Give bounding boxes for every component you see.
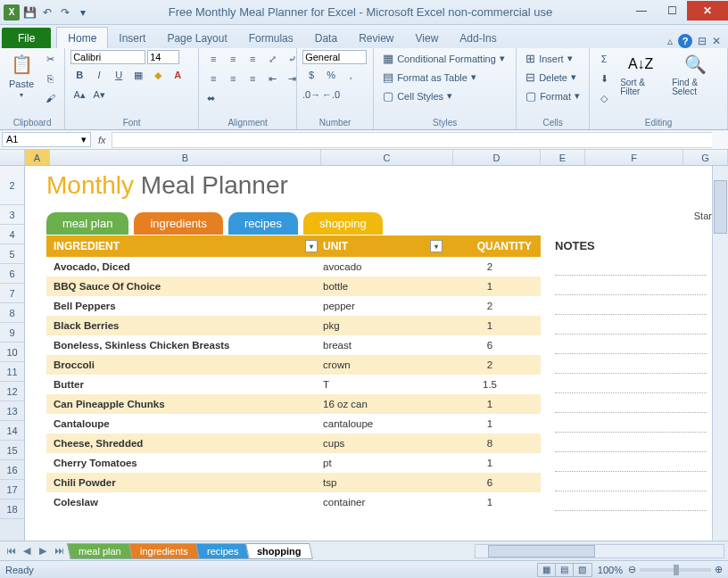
table-row[interactable]: Black Berriespkg1	[46, 316, 541, 335]
tab-review[interactable]: Review	[348, 28, 404, 48]
close-button[interactable]: ✕	[687, 1, 728, 21]
autosum-icon[interactable]: Σ	[595, 50, 613, 68]
qat-more-icon[interactable]: ▾	[75, 4, 91, 21]
row-header[interactable]: 14	[0, 421, 24, 441]
row-header[interactable]: 11	[0, 362, 24, 382]
align-middle-icon[interactable]: ≡	[224, 50, 242, 68]
table-row[interactable]: Coleslawcontainer1	[46, 492, 541, 512]
save-icon[interactable]: 💾	[21, 4, 37, 21]
template-tab-meal-plan[interactable]: meal plan	[46, 212, 128, 235]
align-bottom-icon[interactable]: ≡	[244, 50, 261, 68]
vertical-scrollbar[interactable]	[712, 166, 728, 541]
row-header[interactable]: 5	[0, 244, 24, 264]
sheet-nav-next-icon[interactable]: ▶	[36, 545, 50, 557]
name-box[interactable]: A1▾	[2, 132, 91, 147]
sort-filter-button[interactable]: A↓Z Sort & Filter	[616, 50, 665, 98]
workbook-close-icon[interactable]: ✕	[712, 35, 721, 47]
format-as-table-button[interactable]: ▤Format as Table ▾	[379, 69, 509, 86]
filter-icon[interactable]: ▾	[305, 240, 318, 252]
insert-cells-button[interactable]: ⊞Insert ▾	[522, 50, 583, 67]
decrease-indent-icon[interactable]: ⇤	[263, 70, 281, 87]
zoom-out-icon[interactable]: ⊖	[628, 564, 636, 575]
redo-icon[interactable]: ↷	[57, 4, 73, 21]
delete-cells-button[interactable]: ⊟Delete ▾	[522, 69, 583, 86]
tab-data[interactable]: Data	[304, 28, 348, 48]
col-header-a[interactable]: A	[25, 150, 50, 165]
format-cells-button[interactable]: ▢Format ▾	[522, 87, 583, 104]
table-row[interactable]: Cherry Tomatoespt1	[46, 453, 541, 473]
row-header[interactable]: 3	[0, 205, 24, 225]
align-right-icon[interactable]: ≡	[244, 70, 261, 87]
tab-insert[interactable]: Insert	[108, 28, 156, 48]
template-tab-recipes[interactable]: recipes	[228, 212, 298, 235]
row-header[interactable]: 6	[0, 264, 24, 284]
tab-addins[interactable]: Add-Ins	[449, 28, 507, 48]
col-header-g[interactable]: G	[683, 150, 728, 165]
font-name-combo[interactable]	[70, 50, 145, 64]
col-header-e[interactable]: E	[541, 150, 585, 165]
fill-color-button[interactable]: ◆	[149, 66, 167, 84]
minimize-button[interactable]: —	[626, 1, 657, 21]
orientation-icon[interactable]: ⤢	[263, 50, 281, 68]
maximize-button[interactable]: ☐	[657, 1, 687, 21]
tab-page-layout[interactable]: Page Layout	[156, 28, 237, 48]
row-header[interactable]: 10	[0, 343, 24, 362]
normal-view-icon[interactable]: ▦	[538, 564, 556, 576]
worksheet-grid[interactable]: 2 3 4 5 6 7 8 9 10 11 12 13 14 15 16 17 …	[0, 166, 728, 541]
fill-icon[interactable]: ⬇	[595, 70, 613, 87]
zoom-in-icon[interactable]: ⊕	[715, 564, 723, 575]
find-select-button[interactable]: 🔍 Find & Select	[668, 50, 722, 98]
underline-button[interactable]: U	[110, 66, 128, 84]
ribbon-min-icon[interactable]: ▵	[667, 35, 673, 47]
col-header-c[interactable]: C	[321, 150, 453, 165]
shrink-font-icon[interactable]: A▾	[90, 86, 108, 103]
sheet-nav-prev-icon[interactable]: ◀	[20, 545, 34, 557]
copy-icon[interactable]: ⎘	[41, 70, 59, 87]
clear-icon[interactable]: ◇	[595, 89, 613, 107]
table-row[interactable]: ButterT1.5	[46, 375, 541, 394]
merge-center-icon[interactable]: ⬌	[204, 89, 218, 107]
number-format-combo[interactable]	[302, 50, 367, 64]
scroll-thumb[interactable]	[488, 545, 595, 557]
zoom-slider[interactable]	[640, 568, 711, 572]
col-header-b[interactable]: B	[50, 150, 321, 165]
font-size-combo[interactable]	[147, 50, 179, 64]
fx-icon[interactable]: fx	[93, 135, 112, 145]
row-header[interactable]: 18	[0, 500, 24, 519]
zoom-level[interactable]: 100%	[598, 565, 623, 575]
row-header[interactable]: 7	[0, 284, 24, 303]
template-tab-shopping[interactable]: shopping	[303, 212, 383, 235]
table-row[interactable]: BBQ Sauce Of Choicebottle1	[46, 277, 541, 296]
filter-icon[interactable]: ▾	[430, 240, 443, 252]
comma-icon[interactable]: ,	[342, 66, 360, 84]
increase-decimal-icon[interactable]: .0→	[302, 86, 320, 103]
tab-home[interactable]: Home	[56, 27, 108, 48]
scroll-thumb[interactable]	[714, 180, 727, 234]
percent-icon[interactable]: %	[322, 66, 340, 84]
row-header[interactable]: 9	[0, 323, 24, 343]
template-tab-ingredients[interactable]: ingredients	[134, 212, 223, 235]
paste-button[interactable]: 📋 Paste ▾	[5, 50, 37, 101]
row-header[interactable]: 17	[0, 480, 24, 500]
help-icon[interactable]: ?	[678, 34, 692, 48]
table-row[interactable]: Can Pineapple Chunks16 oz can1	[46, 394, 541, 414]
table-row[interactable]: Cheese, Shreddedcups8	[46, 434, 541, 453]
sheet-tab-meal-plan[interactable]: meal plan	[67, 543, 133, 559]
sheet-tab-ingredients[interactable]: ingredients	[128, 543, 200, 559]
row-header[interactable]: 12	[0, 382, 24, 401]
sheet-nav-last-icon[interactable]: ⏭	[52, 545, 66, 557]
format-painter-icon[interactable]: 🖌	[41, 89, 59, 107]
row-header[interactable]: 2	[0, 166, 24, 205]
window-restore-icon[interactable]: ⊟	[698, 35, 707, 47]
row-header[interactable]: 4	[0, 225, 24, 244]
row-header[interactable]: 15	[0, 441, 24, 460]
align-top-icon[interactable]: ≡	[204, 50, 222, 68]
sheet-nav-first-icon[interactable]: ⏮	[4, 545, 18, 557]
cell-styles-button[interactable]: ▢Cell Styles ▾	[379, 87, 509, 104]
table-row[interactable]: Boneless, Skinless Chicken Breastsbreast…	[46, 335, 541, 355]
sheet-tab-shopping[interactable]: shopping	[245, 543, 312, 559]
chevron-down-icon[interactable]: ▾	[81, 134, 87, 145]
page-layout-view-icon[interactable]: ▤	[556, 564, 574, 576]
cells-area[interactable]: Monthly Meal Planner Start D meal planin…	[25, 166, 728, 541]
decrease-decimal-icon[interactable]: ←.0	[322, 86, 340, 103]
